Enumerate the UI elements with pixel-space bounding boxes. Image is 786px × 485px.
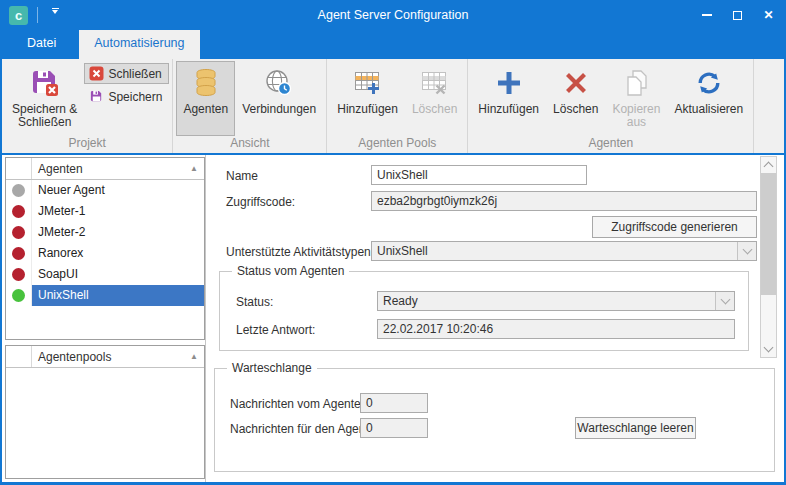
maximize-icon [733,11,742,20]
status-groupbox: Status vom Agenten Status: Ready Letzte … [219,271,749,351]
ribbon-tab-row: Datei Automatisierung [2,30,784,57]
save-and-close-button[interactable]: Speichern & Schließen [5,61,84,136]
sort-ascending-icon: ▲ [190,352,198,361]
activity-types-dropdown[interactable]: UnixShell [371,241,757,261]
last-response-label: Letzte Antwort: [236,323,315,337]
app-icon[interactable]: c [9,6,28,25]
name-input[interactable] [371,165,587,185]
group-label-agenten: Agenten [471,136,750,153]
access-code-field: ezba2bgrbgt0iymzk26j [371,191,757,211]
agents-database-icon [192,65,220,101]
group-label-agenten-pools: Agenten Pools [330,136,464,153]
access-code-label: Zugriffscode: [226,195,295,209]
ribbon-group-agenten-pools: Hinzufügen Löschen Agenten Pools [327,59,468,153]
ribbon: Speichern & Schließen Schließen [2,57,784,155]
queue-groupbox: Warteschlange Nachrichten vom Agenten: 0… [214,368,775,472]
status-dot-green [12,289,25,302]
activity-types-label: Unterstützte Aktivitätstypen: [226,245,374,259]
agent-add-button[interactable]: Hinzufügen [471,61,546,136]
ribbon-empty-space [754,59,784,153]
pool-delete-button[interactable]: Löschen [405,61,464,136]
chevron-down-icon [720,295,730,305]
name-label: Name [226,169,258,183]
last-response-field: 22.02.2017 10:20:46 [377,319,735,339]
status-dot-gray [12,184,25,197]
status-label: Status: [236,295,273,309]
ribbon-group-projekt: Speichern & Schließen Schließen [2,59,173,153]
scroll-up-button[interactable] [761,157,776,173]
chevron-up-icon [764,162,774,172]
agentpools-list-header[interactable]: Agentenpools ▲ [6,346,204,368]
sort-ascending-icon: ▲ [190,164,198,173]
group-label-ansicht: Ansicht [176,136,323,153]
status-dot-red [12,268,25,281]
agent-detail-panel: Name Zugriffscode: ezba2bgrbgt0iymzk26j … [205,155,784,482]
add-plus-icon [495,65,523,101]
delete-x-icon [562,65,590,101]
group-label-projekt: Projekt [5,136,169,153]
close-red-icon [89,66,104,81]
tab-datei[interactable]: Datei [12,30,71,57]
titlebar-separator [37,7,38,23]
agents-listbox: Agenten ▲ Neuer Agent JMeter-1 JMeter-2 [5,157,205,340]
agentpools-listbox: Agentenpools ▲ [5,345,205,479]
status-dropdown[interactable]: Ready [377,291,735,311]
queue-groupbox-legend: Warteschlange [227,361,317,375]
agent-form-scroll-area: Name Zugriffscode: ezba2bgrbgt0iymzk26j … [206,155,784,360]
agent-refresh-button[interactable]: Aktualisieren [667,61,750,136]
status-dot-red [12,205,25,218]
maximize-button[interactable] [722,0,753,30]
agent-copy-from-button[interactable]: Kopieren aus [605,61,667,136]
agent-delete-button[interactable]: Löschen [546,61,605,136]
left-panel: Agenten ▲ Neuer Agent JMeter-1 JMeter-2 [2,155,205,482]
scroll-down-button[interactable] [761,341,776,357]
generate-access-code-button[interactable]: Zugriffscode generieren [592,216,757,238]
refresh-icon [695,65,723,101]
pool-add-table-icon [353,65,383,101]
status-dot-red [12,226,25,239]
status-column-header [6,346,32,367]
copy-pages-icon [621,65,651,101]
ribbon-group-agenten: Hinzufügen Löschen [468,59,754,153]
view-agents-button[interactable]: Agenten [176,61,235,136]
agent-row-unixshell[interactable]: UnixShell [6,285,204,306]
vertical-scrollbar[interactable] [760,156,777,358]
agent-row-ranorex[interactable]: Ranorex [6,243,204,264]
scrollbar-thumb[interactable] [761,173,776,295]
minimize-icon [702,14,712,16]
chevron-down-icon [742,245,752,255]
agent-row-neuer-agent[interactable]: Neuer Agent [6,180,204,201]
save-button[interactable]: Speichern [84,86,169,107]
window-title: Agent Server Configuration [318,8,469,22]
agent-server-configuration-window: c Agent Server Configuration ✕ Datei Aut… [0,0,786,485]
close-button[interactable]: ✕ [753,0,784,30]
close-project-button[interactable]: Schließen [84,63,169,84]
titlebar: c Agent Server Configuration ✕ [2,0,784,30]
close-icon: ✕ [763,9,773,21]
messages-from-agent-field: 0 [360,393,428,413]
agent-row-soapui[interactable]: SoapUI [6,264,204,285]
ribbon-group-ansicht: Agenten Verbindungen Ansich [173,59,327,153]
pool-delete-table-icon [420,65,450,101]
view-connections-button[interactable]: Verbindungen [235,61,323,136]
agent-row-jmeter-2[interactable]: JMeter-2 [6,222,204,243]
status-groupbox-legend: Status vom Agenten [232,264,349,278]
agents-list-header[interactable]: Agenten ▲ [6,158,204,180]
connections-globe-icon [264,65,294,101]
scrollbar-track[interactable] [761,173,776,341]
tab-automatisierung[interactable]: Automatisierung [79,30,199,59]
chevron-down-icon [764,343,774,353]
messages-for-agent-field: 0 [360,418,428,438]
clear-queue-button[interactable]: Warteschlange leeren [575,417,696,439]
pool-add-button[interactable]: Hinzufügen [330,61,405,136]
save-and-close-icon [29,65,61,101]
status-column-header [6,158,32,179]
messages-from-agent-label: Nachrichten vom Agenten: [230,397,371,411]
agent-row-jmeter-1[interactable]: JMeter-1 [6,201,204,222]
status-dot-red [12,247,25,260]
save-icon [89,89,104,104]
minimize-button[interactable] [691,0,722,30]
quick-access-dropdown-icon[interactable] [47,8,63,22]
